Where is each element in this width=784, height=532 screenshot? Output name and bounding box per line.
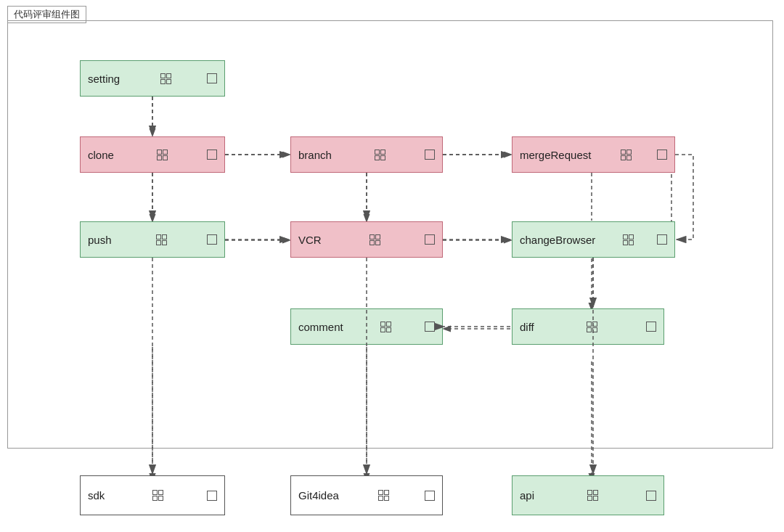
- vcr-label: VCR: [298, 234, 322, 246]
- comp-diff: diff: [512, 308, 664, 345]
- comp-sdk: sdk: [80, 475, 225, 515]
- comp-git4idea: Git4idea: [290, 475, 443, 515]
- api-label: api: [520, 489, 534, 502]
- api-icon: [587, 490, 598, 501]
- diff-label: diff: [520, 321, 534, 333]
- comment-icon-big: [425, 322, 435, 332]
- git4idea-icon: [378, 490, 389, 501]
- setting-icon-big: [207, 73, 217, 83]
- page-container: 代码评审组件图: [0, 0, 784, 532]
- clone-icon: [157, 150, 168, 160]
- git4idea-label: Git4idea: [298, 489, 339, 502]
- clone-icon-big: [207, 150, 217, 160]
- git4idea-icon-big: [425, 491, 435, 501]
- api-icon-big: [646, 491, 656, 501]
- mergerequest-label: mergeRequest: [520, 149, 591, 161]
- push-label: push: [88, 234, 112, 246]
- vcr-icon: [369, 234, 380, 245]
- clone-label: clone: [88, 149, 114, 161]
- comp-branch: branch: [290, 136, 443, 173]
- setting-label: setting: [88, 73, 120, 85]
- sdk-label: sdk: [88, 489, 105, 502]
- diff-icon: [587, 322, 597, 332]
- comment-icon: [380, 322, 391, 332]
- comp-clone: clone: [80, 136, 225, 173]
- comp-api: api: [512, 475, 664, 515]
- sdk-icon: [152, 490, 163, 501]
- comp-changebrowser: changeBrowser: [512, 221, 675, 258]
- comp-setting: setting: [80, 60, 225, 97]
- push-icon: [156, 234, 167, 245]
- changebrowser-icon: [623, 234, 634, 245]
- sdk-icon-big: [207, 491, 217, 501]
- changebrowser-icon-big: [657, 234, 667, 245]
- vcr-icon-big: [425, 234, 435, 245]
- tab-title-text: 代码评审组件图: [14, 9, 80, 20]
- setting-icon: [160, 73, 171, 84]
- mergerequest-icon: [621, 150, 632, 160]
- changebrowser-label: changeBrowser: [520, 234, 595, 246]
- diff-icon-big: [646, 322, 656, 332]
- branch-icon: [375, 150, 385, 160]
- comment-label: comment: [298, 321, 343, 333]
- comp-vcr: VCR: [290, 221, 443, 258]
- mergerequest-icon-big: [657, 150, 667, 160]
- push-icon-big: [207, 234, 217, 245]
- comp-push: push: [80, 221, 225, 258]
- branch-icon-big: [425, 150, 435, 160]
- comp-comment: comment: [290, 308, 443, 345]
- comp-mergerequest: mergeRequest: [512, 136, 675, 173]
- branch-label: branch: [298, 149, 332, 161]
